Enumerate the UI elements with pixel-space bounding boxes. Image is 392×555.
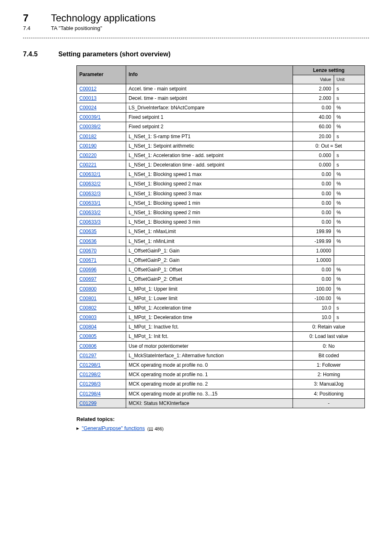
- table-row: C00697L_OffsetGainP_2: Offset0.00%: [77, 275, 365, 284]
- table-row: C00024LS_DriveInterface: bNActCompare0.0…: [77, 103, 365, 112]
- info-cell: L_NSet_1: Blocking speed 3 max: [126, 189, 293, 198]
- param-link[interactable]: C00802: [79, 305, 97, 311]
- param-cell: C00013: [77, 93, 126, 103]
- param-link[interactable]: C01297: [79, 353, 97, 358]
- param-link[interactable]: C00633/2: [79, 210, 101, 215]
- param-cell: C00633/2: [77, 208, 126, 217]
- value-cell: 1: Follower: [293, 361, 365, 370]
- param-link[interactable]: C00220: [79, 153, 97, 158]
- param-link[interactable]: C00632/3: [79, 191, 101, 197]
- param-link[interactable]: C00800: [79, 286, 97, 292]
- param-cell: C00697: [77, 275, 126, 284]
- param-link[interactable]: C00024: [79, 105, 97, 111]
- col-info: Info: [126, 65, 293, 84]
- param-cell: C00024: [77, 103, 126, 112]
- value-cell: 2.000: [293, 93, 334, 103]
- param-link[interactable]: C00221: [79, 162, 97, 168]
- value-cell: Bit coded: [293, 351, 365, 360]
- param-link[interactable]: C00039/1: [79, 114, 101, 120]
- param-cell: C01297: [77, 351, 126, 360]
- info-cell: L_MPot_1: Acceleration time: [126, 303, 293, 312]
- unit-cell: %: [334, 265, 365, 275]
- param-link[interactable]: C00803: [79, 314, 97, 320]
- value-cell: 10.0: [293, 303, 334, 312]
- value-cell: -199.99: [293, 236, 334, 246]
- table-row: C00220L_NSet_1: Acceleration time - add.…: [77, 150, 365, 160]
- unit-cell: s: [334, 93, 365, 103]
- param-cell: C00804: [77, 322, 126, 332]
- unit-cell: s: [334, 150, 365, 160]
- table-row: C00633/1L_NSet_1: Blocking speed 1 min0.…: [77, 198, 365, 208]
- value-cell: 0: Out = Set: [293, 141, 365, 150]
- info-cell: L_NSet_1: S-ramp time PT1: [126, 132, 293, 141]
- unit-cell: s: [334, 84, 365, 93]
- table-row: C00803L_MPot_1: Deceleration time10.0s: [77, 313, 365, 322]
- param-link[interactable]: C01299: [79, 400, 97, 406]
- table-row: C00632/3L_NSet_1: Blocking speed 3 max0.…: [77, 189, 365, 198]
- col-value: Value: [293, 75, 334, 84]
- info-cell: L_NSet_1: Blocking speed 1 max: [126, 170, 293, 179]
- info-cell: MCK operating mode at profile no. 2: [126, 379, 293, 389]
- param-cell: C00221: [77, 160, 126, 170]
- unit-cell: s: [334, 313, 365, 322]
- param-link[interactable]: C01298/3: [79, 381, 101, 387]
- param-link[interactable]: C00632/1: [79, 171, 101, 177]
- param-cell: C00635: [77, 227, 126, 236]
- value-cell: -100.00: [293, 294, 334, 303]
- table-row: C01299MCKI: Status MCKInterface-: [77, 398, 365, 408]
- param-link[interactable]: C00013: [79, 95, 97, 101]
- table-row: C00800L_MPot_1: Upper limit100.00%: [77, 284, 365, 294]
- param-link[interactable]: C00635: [79, 229, 97, 234]
- info-cell: L_NSet_1: Acceleration time - add. setpo…: [126, 150, 293, 160]
- unit-cell: s: [334, 132, 365, 141]
- param-link[interactable]: C00039/2: [79, 124, 101, 130]
- param-link[interactable]: C00801: [79, 296, 97, 301]
- parameters-table: Parameter Info Lenze setting Value Unit …: [76, 65, 365, 408]
- param-link[interactable]: C00190: [79, 143, 97, 149]
- unit-cell: %: [334, 198, 365, 208]
- unit-cell: %: [334, 170, 365, 179]
- value-cell: 1.0000: [293, 255, 334, 265]
- related-heading: Related topics:: [76, 416, 369, 423]
- param-link[interactable]: C00805: [79, 333, 97, 339]
- unit-cell: s: [334, 160, 365, 170]
- table-row: C00804L_MPot_1: Inactive fct.0: Retain v…: [77, 322, 365, 332]
- param-cell: C00805: [77, 332, 126, 341]
- param-link[interactable]: C01298/2: [79, 372, 101, 377]
- param-cell: C01298/3: [77, 379, 126, 389]
- param-link[interactable]: C00804: [79, 324, 97, 330]
- param-link[interactable]: C00182: [79, 134, 97, 139]
- value-cell: 199.99: [293, 227, 334, 236]
- info-cell: Use of motor potentiometer: [126, 341, 293, 351]
- info-cell: L_NSet_1: nMaxLimit: [126, 227, 293, 236]
- param-link[interactable]: C00806: [79, 343, 97, 349]
- param-link[interactable]: C01298/1: [79, 362, 101, 368]
- param-link[interactable]: C00632/2: [79, 181, 101, 187]
- table-row: C00633/3L_NSet_1: Blocking speed 3 min0.…: [77, 217, 365, 227]
- unit-cell: %: [334, 284, 365, 294]
- param-link[interactable]: C00696: [79, 267, 97, 273]
- info-cell: L_OffsetGainP_1: Offset: [126, 265, 293, 275]
- value-cell: -: [293, 398, 365, 408]
- param-cell: C00632/1: [77, 170, 126, 179]
- info-cell: L_OffsetGainP_2: Offset: [126, 275, 293, 284]
- param-link[interactable]: C00671: [79, 257, 97, 263]
- param-link[interactable]: C00670: [79, 248, 97, 254]
- param-link[interactable]: C00633/1: [79, 200, 101, 206]
- value-cell: 0.00: [293, 103, 334, 112]
- param-link[interactable]: C00633/3: [79, 219, 101, 225]
- table-header-row: Parameter Info Lenze setting: [77, 65, 365, 75]
- param-link[interactable]: C01298/4: [79, 391, 101, 397]
- param-link[interactable]: C00012: [79, 86, 97, 92]
- info-cell: Fixed setpoint 1: [126, 113, 293, 122]
- param-link[interactable]: C00636: [79, 238, 97, 244]
- param-link[interactable]: C00697: [79, 276, 97, 282]
- unit-cell: %: [334, 217, 365, 227]
- param-cell: C01299: [77, 398, 126, 408]
- param-cell: C00636: [77, 236, 126, 246]
- param-cell: C01298/2: [77, 370, 126, 379]
- table-row: C00635L_NSet_1: nMaxLimit199.99%: [77, 227, 365, 236]
- table-row: C00190L_NSet_1: Setpoint arithmetic0: Ou…: [77, 141, 365, 150]
- value-cell: 0.00: [293, 275, 334, 284]
- related-link[interactable]: "GeneralPurpose" functions: [82, 425, 145, 432]
